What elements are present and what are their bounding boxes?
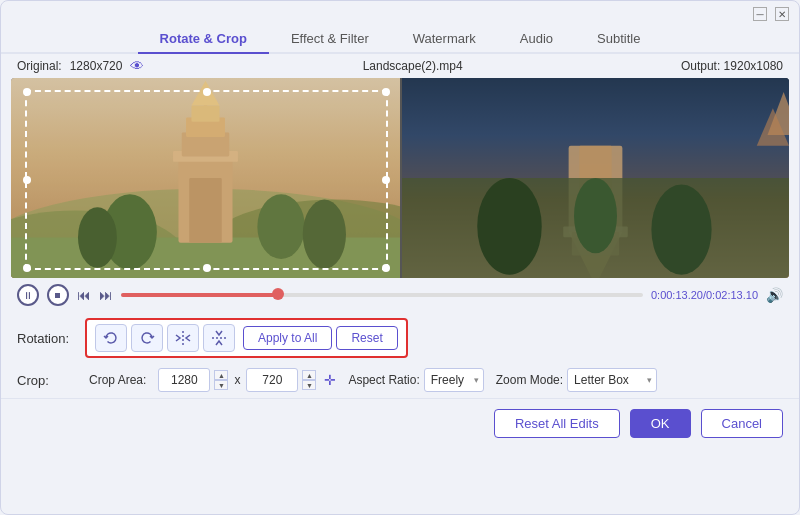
tab-rotate-crop[interactable]: Rotate & Crop bbox=[138, 25, 269, 54]
svg-point-27 bbox=[651, 184, 711, 274]
flip-horizontal-button[interactable] bbox=[167, 324, 199, 352]
flip-vertical-button[interactable] bbox=[203, 324, 235, 352]
zoom-mode-select[interactable]: Letter Box Pan & Scan Full bbox=[567, 368, 657, 392]
height-spinner: ▲ ▼ bbox=[302, 370, 316, 390]
preview-area bbox=[11, 78, 789, 278]
progress-fill bbox=[121, 293, 278, 297]
crop-area-label: Crop Area: bbox=[89, 373, 146, 387]
preview-right bbox=[400, 78, 789, 278]
reset-all-edits-button[interactable]: Reset All Edits bbox=[494, 409, 620, 438]
zoom-select-wrap: Letter Box Pan & Scan Full bbox=[567, 368, 657, 392]
aspect-ratio-select[interactable]: Freely 16:9 4:3 1:1 bbox=[424, 368, 484, 392]
info-bar: Original: 1280x720 👁 Landscape(2).mp4 Ou… bbox=[1, 54, 799, 78]
original-label: Original: bbox=[17, 59, 62, 73]
progress-thumb[interactable] bbox=[272, 288, 284, 300]
pause-icon: ⏸ bbox=[23, 290, 33, 301]
main-window: ─ ✕ Rotate & Crop Effect & Filter Waterm… bbox=[0, 0, 800, 515]
aspect-ratio-group: Aspect Ratio: Freely 16:9 4:3 1:1 bbox=[348, 368, 483, 392]
output-res: 1920x1080 bbox=[724, 59, 783, 73]
height-up-button[interactable]: ▲ bbox=[302, 370, 316, 380]
video-frame-left bbox=[11, 78, 400, 278]
zoom-label: Zoom Mode: bbox=[496, 373, 563, 387]
tab-subtitle[interactable]: Subtitle bbox=[575, 25, 662, 54]
filename: Landscape(2).mp4 bbox=[152, 59, 673, 73]
cancel-button[interactable]: Cancel bbox=[701, 409, 783, 438]
crop-row: Crop: Crop Area: ▲ ▼ x ▲ ▼ ✛ Aspect Rati… bbox=[17, 366, 783, 394]
preview-left bbox=[11, 78, 400, 278]
rotation-label: Rotation: bbox=[17, 331, 77, 346]
width-up-button[interactable]: ▲ bbox=[214, 370, 228, 380]
ok-button[interactable]: OK bbox=[630, 409, 691, 438]
svg-point-26 bbox=[477, 178, 542, 275]
title-bar: ─ ✕ bbox=[1, 1, 799, 21]
width-spinner: ▲ ▼ bbox=[214, 370, 228, 390]
pause-button[interactable]: ⏸ bbox=[17, 284, 39, 306]
rotation-buttons-group: Apply to All Reset bbox=[85, 318, 408, 358]
prev-button[interactable]: ⏮ bbox=[77, 287, 91, 303]
crop-x-sep: x bbox=[234, 373, 240, 387]
close-button[interactable]: ✕ bbox=[775, 7, 789, 21]
height-down-button[interactable]: ▼ bbox=[302, 380, 316, 390]
playback-bar: ⏸ ⏹ ⏮ ⏭ 0:00:13.20/0:02:13.10 🔊 bbox=[1, 278, 799, 312]
aspect-select-wrap: Freely 16:9 4:3 1:1 bbox=[424, 368, 484, 392]
reset-crop-icon[interactable]: ✛ bbox=[324, 372, 336, 388]
time-display: 0:00:13.20/0:02:13.10 bbox=[651, 289, 758, 301]
tab-bar: Rotate & Crop Effect & Filter Watermark … bbox=[1, 21, 799, 54]
rotation-row: Rotation: bbox=[17, 318, 783, 358]
tab-audio[interactable]: Audio bbox=[498, 25, 575, 54]
reset-rotation-button[interactable]: Reset bbox=[336, 326, 397, 350]
original-res: 1280x720 bbox=[70, 59, 123, 73]
eye-icon[interactable]: 👁 bbox=[130, 58, 144, 74]
output-label: Output: 1920x1080 bbox=[681, 59, 783, 73]
stop-icon: ⏹ bbox=[54, 291, 62, 300]
crop-height-input[interactable] bbox=[246, 368, 298, 392]
rotate-right-button[interactable] bbox=[131, 324, 163, 352]
footer: Reset All Edits OK Cancel bbox=[1, 398, 799, 448]
rotate-left-button[interactable] bbox=[95, 324, 127, 352]
svg-rect-17 bbox=[11, 78, 400, 278]
volume-icon[interactable]: 🔊 bbox=[766, 287, 783, 303]
next-button[interactable]: ⏭ bbox=[99, 287, 113, 303]
minimize-button[interactable]: ─ bbox=[753, 7, 767, 21]
controls-section: Rotation: bbox=[1, 312, 799, 398]
width-down-button[interactable]: ▼ bbox=[214, 380, 228, 390]
stop-button[interactable]: ⏹ bbox=[47, 284, 69, 306]
crop-label: Crop: bbox=[17, 373, 77, 388]
progress-track[interactable] bbox=[121, 293, 643, 297]
crop-area-group: ▲ ▼ x ▲ ▼ ✛ bbox=[158, 368, 336, 392]
tab-effect-filter[interactable]: Effect & Filter bbox=[269, 25, 391, 54]
aspect-label: Aspect Ratio: bbox=[348, 373, 419, 387]
video-frame-right bbox=[402, 78, 789, 278]
crop-width-input[interactable] bbox=[158, 368, 210, 392]
tab-watermark[interactable]: Watermark bbox=[391, 25, 498, 54]
apply-to-all-button[interactable]: Apply to All bbox=[243, 326, 332, 350]
svg-point-28 bbox=[574, 178, 617, 253]
zoom-mode-group: Zoom Mode: Letter Box Pan & Scan Full bbox=[496, 368, 657, 392]
